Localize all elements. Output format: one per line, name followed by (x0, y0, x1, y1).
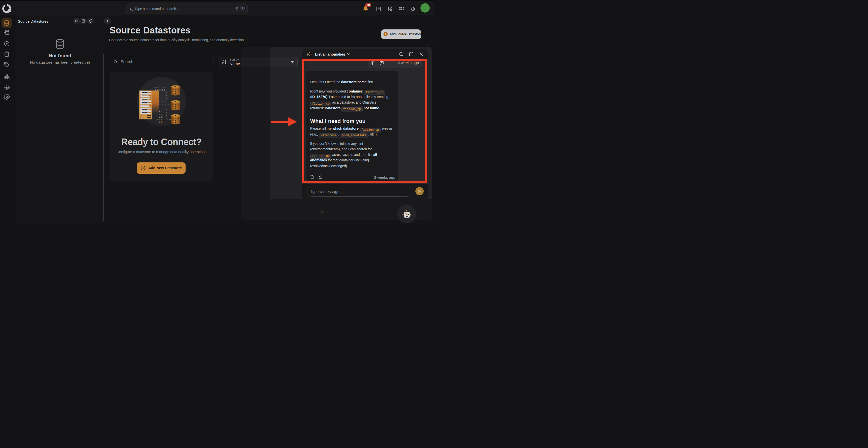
svg-text:A: A (222, 59, 224, 62)
svg-text:Z: Z (222, 62, 224, 64)
